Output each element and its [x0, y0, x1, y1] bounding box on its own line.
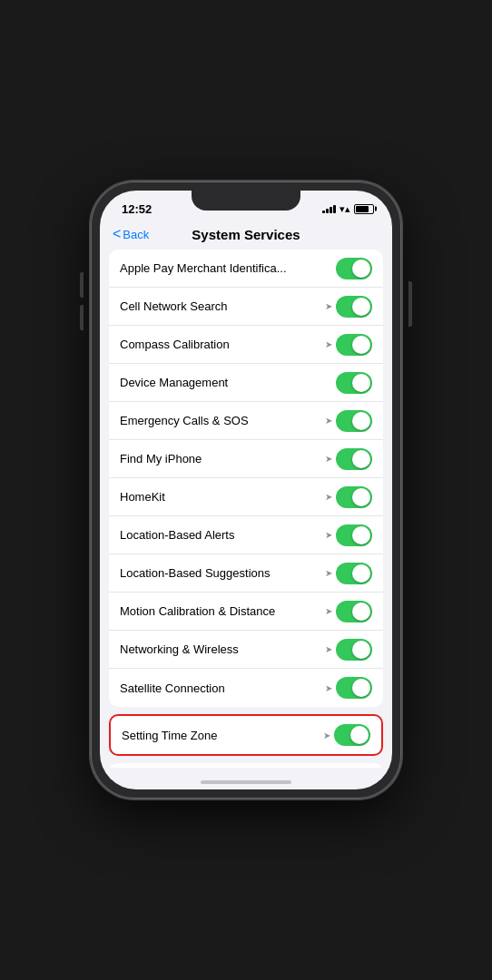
toggle-thumb [352, 641, 370, 659]
row-label: Satellite Connection [120, 681, 325, 695]
list-item[interactable]: Networking & Wireless ➤ [109, 631, 383, 669]
list-item[interactable]: Motion Calibration & Distance ➤ [109, 593, 383, 631]
status-time: 12:52 [118, 202, 152, 216]
location-arrow-icon: ➤ [325, 301, 332, 311]
row-right: ➤ [325, 563, 372, 584]
toggle-thumb [352, 298, 370, 316]
list-item[interactable]: Setting Time Zone ➤ [111, 716, 381, 754]
list-item[interactable]: Location-Based Alerts ➤ [109, 516, 383, 554]
back-label: Back [123, 228, 149, 241]
content-scroll[interactable]: Apple Pay Merchant Identifica... Cell Ne… [100, 250, 392, 768]
battery-icon [354, 204, 374, 214]
wifi-icon: ▾▴ [339, 203, 350, 215]
list-item[interactable]: Satellite Connection ➤ [109, 669, 383, 707]
location-arrow-icon: ➤ [325, 492, 332, 502]
list-item[interactable]: HomeKit ➤ [109, 478, 383, 516]
list-item[interactable]: Device Management [109, 364, 383, 402]
location-arrow-icon: ➤ [325, 568, 332, 578]
toggle-device-mgmt[interactable] [336, 372, 372, 394]
bottom-settings-group: Share My Location System Customization [109, 763, 383, 768]
main-settings-group: Apple Pay Merchant Identifica... Cell Ne… [109, 250, 383, 707]
list-item[interactable]: Cell Network Search ➤ [109, 288, 383, 326]
location-arrow-icon: ➤ [325, 644, 332, 654]
page-title: System Services [192, 227, 300, 242]
volume-down-button [80, 305, 84, 330]
location-arrow-icon: ➤ [325, 683, 332, 693]
toggle-location-alerts[interactable] [336, 524, 372, 546]
row-right: ➤ [325, 601, 372, 622]
location-arrow-icon: ➤ [325, 606, 332, 616]
row-label: Compass Calibration [120, 338, 325, 351]
row-label: Device Management [120, 376, 336, 389]
toggle-compass[interactable] [336, 334, 372, 356]
row-label: Emergency Calls & SOS [120, 414, 325, 427]
row-right: ➤ [325, 410, 372, 432]
home-indicator [100, 768, 392, 789]
row-right: ➤ [325, 486, 372, 508]
list-item[interactable]: Compass Calibration ➤ [109, 326, 383, 364]
row-label: Location-Based Alerts [120, 528, 325, 542]
row-label: Find My iPhone [120, 452, 325, 466]
row-right [336, 258, 372, 279]
highlighted-setting-time-zone[interactable]: Setting Time Zone ➤ [109, 714, 383, 756]
list-item[interactable]: Find My iPhone ➤ [109, 440, 383, 478]
toggle-thumb [352, 564, 370, 583]
list-item[interactable]: Location-Based Suggestions ➤ [109, 554, 383, 593]
row-right: ➤ [325, 639, 372, 661]
row-label: Cell Network Search [120, 299, 325, 313]
location-arrow-icon: ➤ [325, 454, 332, 464]
toggle-cell-network[interactable] [336, 296, 372, 318]
nav-bar: < Back System Services [100, 223, 392, 250]
toggle-location-suggestions[interactable] [336, 563, 372, 584]
toggle-thumb [352, 526, 370, 544]
toggle-satellite[interactable] [336, 677, 372, 699]
toggle-emergency[interactable] [336, 410, 372, 432]
toggle-thumb [352, 374, 370, 392]
location-arrow-icon: ➤ [325, 530, 332, 540]
back-button[interactable]: < Back [113, 227, 149, 242]
row-right: ➤ [323, 724, 370, 746]
toggle-thumb [352, 488, 370, 506]
phone-frame: 12:52 ▾▴ < Back System Services [91, 181, 401, 799]
toggle-homekit[interactable] [336, 486, 372, 508]
row-label: Motion Calibration & Distance [120, 604, 325, 618]
home-bar [201, 780, 291, 784]
toggle-find-my[interactable] [336, 448, 372, 470]
power-button [408, 281, 412, 327]
row-label: Setting Time Zone [122, 729, 323, 742]
battery-fill [356, 206, 369, 212]
toggle-thumb [350, 726, 369, 744]
row-right: ➤ [325, 448, 372, 470]
signal-icon [322, 204, 336, 213]
toggle-motion-cal[interactable] [336, 601, 372, 622]
location-arrow-icon: ➤ [325, 416, 332, 426]
row-label: HomeKit [120, 490, 325, 504]
toggle-setting-time-zone[interactable] [334, 724, 370, 746]
row-right [336, 372, 372, 394]
toggle-apple-pay[interactable] [336, 258, 372, 279]
toggle-thumb [352, 603, 370, 621]
toggle-thumb [352, 679, 370, 697]
toggle-thumb [352, 260, 370, 278]
row-label: Location-Based Suggestions [120, 566, 325, 580]
toggle-thumb [352, 450, 370, 468]
row-right: ➤ [325, 524, 372, 546]
notch [192, 191, 300, 211]
list-item[interactable]: Share My Location [109, 763, 383, 768]
row-right: ➤ [325, 334, 372, 356]
toggle-thumb [352, 412, 370, 430]
toggle-thumb [352, 336, 370, 354]
location-arrow-icon: ➤ [323, 730, 330, 740]
row-right: ➤ [325, 677, 372, 699]
phone-screen: 12:52 ▾▴ < Back System Services [100, 191, 392, 789]
row-right: ➤ [325, 296, 372, 318]
list-item[interactable]: Emergency Calls & SOS ➤ [109, 402, 383, 440]
row-label: Networking & Wireless [120, 642, 325, 656]
location-arrow-icon: ➤ [325, 339, 332, 349]
list-item[interactable]: Apple Pay Merchant Identifica... [109, 250, 383, 288]
status-icons: ▾▴ [322, 203, 374, 215]
volume-up-button [80, 272, 84, 298]
row-label: Apple Pay Merchant Identifica... [120, 261, 336, 275]
toggle-networking[interactable] [336, 639, 372, 661]
back-chevron-icon: < [113, 226, 121, 242]
